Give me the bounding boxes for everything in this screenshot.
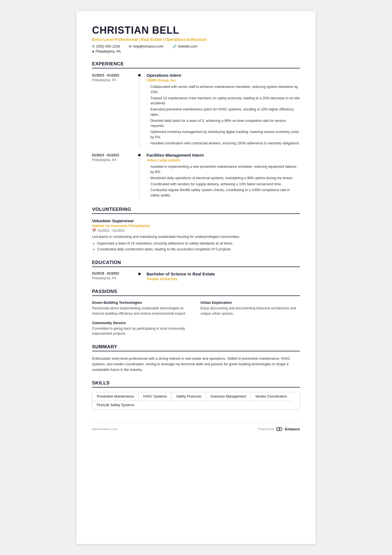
skills-row-2: Fire/Life Safety Systems (92, 401, 139, 409)
skill-2: Safety Protocols (172, 392, 206, 401)
linkedin-icon: 🔗 (172, 45, 177, 48)
experience-entry-2: 01/2023 - 01/2023 Philadelphia, PA Facil… (92, 153, 300, 199)
vol-bullet-list: Supervised a team of 15 volunteers, ensu… (92, 241, 300, 252)
passions-grid: Green Building Technologies Passionate a… (92, 300, 300, 336)
passion-desc-0: Passionate about implementing sustainabl… (92, 306, 192, 316)
brand-name: Enhancv (285, 427, 300, 431)
summary-section: SUMMARY Enthusiastic entry-level profess… (92, 344, 300, 373)
footer-url: www.enhancv.com (92, 427, 117, 431)
job-title-2: Facilities Management Intern (147, 153, 300, 157)
exp-location-2: Philadelphia, PA (92, 158, 137, 162)
powered-by-text: Powered by (258, 427, 274, 431)
location-icon: ● (92, 49, 94, 53)
skills-container: Preventive Maintenance HVAC Systems Safe… (92, 392, 300, 410)
passion-0: Green Building Technologies Passionate a… (92, 300, 192, 316)
vol-description: Led teams in constructing and maintainin… (92, 234, 300, 240)
bullet-1-2: Executed preventive maintenance plans fo… (147, 107, 300, 117)
edu-center (137, 272, 142, 281)
exp-center-1 (137, 73, 142, 147)
email-contact: ✉ help@enhancv.com (129, 45, 163, 48)
summary-title: SUMMARY (92, 344, 300, 351)
passion-1: Urban Exploration Enjoy discovering and … (200, 300, 300, 316)
phone-icon: ✆ (92, 45, 95, 48)
summary-text: Enthusiastic entry-level professional wi… (92, 356, 300, 373)
bullet-1-0: Collaborated with senior staff to enhanc… (147, 84, 300, 95)
exp-date-2: 01/2023 - 01/2023 (92, 153, 137, 157)
passion-title-1: Urban Exploration (200, 300, 300, 305)
edu-location: Philadelphia, PA (92, 276, 137, 280)
skills-title: SKILLS (92, 380, 300, 388)
edu-date: 01/2018 - 01/2022 (92, 272, 137, 275)
exp-location-1: Philadelphia, PA (92, 78, 137, 82)
vol-title: Volunteer Supervisor (92, 218, 300, 223)
contact-row: ✆ (555) 555-1234 ✉ help@enhancv.com 🔗 li… (92, 45, 300, 48)
skill-0: Preventive Maintenance (92, 392, 139, 401)
exp-left-1: 01/2023 - 01/2023 Philadelphia, PA (92, 73, 137, 147)
location-text: Philadelphia, PA (96, 50, 121, 53)
bullet-1-3: Directed daily tasks for a team of 5, ac… (147, 118, 300, 129)
bullet-2-0: Assisted in implementing a new preventiv… (147, 164, 300, 175)
exp-right-2: Facilities Management Intern Jones Lang … (142, 153, 300, 199)
skills-row-1: Preventive Maintenance HVAC Systems Safe… (92, 392, 291, 401)
candidate-subtitle: Entry-Level Professional | Real Estate |… (92, 37, 300, 42)
bullet-list-2: Assisted in implementing a new preventiv… (147, 164, 300, 198)
footer: www.enhancv.com Powered by Enhancv (92, 423, 300, 431)
education-title: EDUCATION (92, 260, 300, 267)
passions-section: PASSIONS Green Building Technologies Pas… (92, 289, 300, 336)
timeline-line-1 (139, 77, 140, 147)
exp-date-1: 01/2023 - 01/2023 (92, 73, 137, 77)
passion-desc-1: Enjoy discovering and documenting histor… (200, 306, 300, 316)
phone-contact: ✆ (555) 555-1234 (92, 45, 120, 48)
candidate-name: CHRISTIAN BELL (92, 24, 300, 36)
footer-powered: Powered by Enhancv (258, 426, 300, 431)
timeline-dot-1 (138, 74, 141, 77)
exp-right-1: Operations Intern CBRE Group, Inc. Colla… (142, 73, 300, 147)
volunteering-entry: Volunteer Supervisor Habitat for Humanit… (92, 218, 300, 252)
company-2: Jones Lang LaSalle (147, 158, 300, 162)
header: CHRISTIAN BELL Entry-Level Professional … (92, 24, 300, 53)
email-icon: ✉ (129, 45, 132, 48)
experience-title: EXPERIENCE (92, 61, 300, 68)
timeline-line-2 (139, 157, 140, 199)
bullet-2-3: Conducted regular fire/life safety syste… (147, 188, 300, 198)
volunteering-title: VOLUNTEERING (92, 207, 300, 214)
calendar-icon: 📅 (92, 229, 96, 233)
experience-entry-1: 01/2023 - 01/2023 Philadelphia, PA Opera… (92, 73, 300, 147)
vol-org: Habitat for Humanity Philadelphia (92, 224, 300, 228)
timeline-dot-2 (138, 154, 141, 156)
passions-title: PASSIONS (92, 289, 300, 296)
linkedin-contact: 🔗 linkedin.com (172, 45, 197, 48)
bullet-1-1: Trained 10 maintenance crew members on s… (147, 96, 300, 106)
passion-desc-2: Committed to giving back by participatin… (92, 326, 192, 337)
vol-bullet-1: Coordinated daily construction tasks, le… (97, 247, 300, 252)
vol-bullet-0: Supervised a team of 15 volunteers, ensu… (97, 241, 300, 246)
company-1: CBRE Group, Inc. (147, 78, 300, 82)
passion-title-0: Green Building Technologies (92, 300, 192, 305)
bullet-2-1: Monitored daily operations of electrical… (147, 176, 300, 181)
exp-center-2 (137, 153, 142, 199)
exp-left-2: 01/2023 - 01/2023 Philadelphia, PA (92, 153, 137, 199)
vol-date: 📅 01/2021 - 01/2022 (92, 229, 300, 233)
skill-1: HVAC Systems (139, 392, 172, 401)
edu-entry: 01/2018 - 01/2022 Philadelphia, PA Bache… (92, 272, 300, 281)
school-name: Temple University (147, 277, 300, 281)
enhancv-logo: Enhancv (276, 426, 300, 431)
skill-3: Inventory Management (206, 392, 251, 401)
edu-right: Bachelor of Science in Real Estate Templ… (142, 272, 300, 281)
job-title-1: Operations Intern (147, 73, 300, 78)
skills-section: SKILLS Preventive Maintenance HVAC Syste… (92, 380, 300, 410)
volunteering-section: VOLUNTEERING Volunteer Supervisor Habita… (92, 207, 300, 252)
bullet-1-5: Handled coordination with contracted wor… (147, 141, 300, 146)
resume-page: CHRISTIAN BELL Entry-Level Professional … (76, 11, 316, 544)
skill-5: Fire/Life Safety Systems (92, 401, 139, 409)
bullet-2-2: Coordinated with vendors for supply deli… (147, 182, 300, 187)
edu-dot (138, 273, 141, 275)
education-section: EDUCATION 01/2018 - 01/2022 Philadelphia… (92, 260, 300, 281)
enhancv-logo-icon (276, 426, 284, 431)
degree-title: Bachelor of Science in Real Estate (147, 272, 300, 276)
skill-4: Vendor Coordination (251, 392, 291, 401)
passion-2: Community Service Committed to giving ba… (92, 321, 192, 337)
experience-section: EXPERIENCE 01/2023 - 01/2023 Philadelphi… (92, 61, 300, 199)
location-row: ● Philadelphia, PA (92, 49, 300, 53)
edu-left: 01/2018 - 01/2022 Philadelphia, PA (92, 272, 137, 281)
